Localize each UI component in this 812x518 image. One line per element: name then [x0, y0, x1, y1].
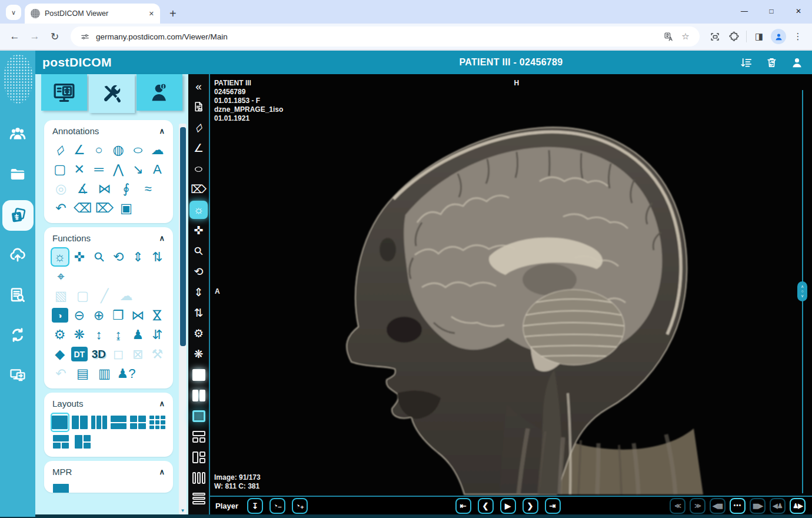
- url-text[interactable]: germany.postdicom.com/Viewer/Main: [96, 32, 657, 41]
- undo-state-icon[interactable]: ↶: [51, 364, 71, 383]
- target-icon[interactable]: ◎: [51, 179, 71, 198]
- reload-icon[interactable]: ↻: [46, 28, 64, 45]
- probe-icon[interactable]: ╱: [94, 286, 115, 306]
- tab-patient-info[interactable]: [137, 74, 182, 111]
- window-level-icon[interactable]: ☼: [189, 201, 208, 219]
- kebab-menu-icon[interactable]: ⋮: [790, 28, 806, 45]
- bookmark-star-icon[interactable]: ☆: [680, 31, 691, 42]
- scroll-vertical-icon[interactable]: ⇕: [129, 247, 147, 267]
- user-icon[interactable]: [790, 56, 804, 69]
- chevron-up-icon[interactable]: ∧: [159, 399, 165, 408]
- tab-search-button[interactable]: ∨: [6, 5, 21, 20]
- reset-icon[interactable]: ⚙: [189, 324, 208, 343]
- mpr-layout-icon[interactable]: [51, 481, 71, 493]
- cross-lines-icon[interactable]: ✕: [70, 160, 88, 179]
- panel-scrollbar[interactable]: ▼: [179, 124, 187, 514]
- layout-left-2-icon[interactable]: [189, 448, 208, 466]
- eraser-all-icon[interactable]: ⌦: [94, 198, 115, 218]
- text-icon[interactable]: A: [148, 160, 167, 179]
- reset-wl-icon[interactable]: ❋: [70, 325, 88, 344]
- collapse-v-icon[interactable]: ↨: [109, 325, 128, 344]
- layout-2x1-icon[interactable]: [109, 413, 128, 432]
- undo-icon[interactable]: ↶: [51, 198, 71, 218]
- layout-left-2-icon[interactable]: [72, 432, 93, 451]
- orientation-icon[interactable]: ♟: [129, 325, 147, 344]
- prev-series-button[interactable]: ◀▦: [710, 498, 726, 514]
- window-level-icon[interactable]: ☼: [51, 247, 69, 267]
- stack-scroll-icon[interactable]: ⇅: [189, 304, 208, 322]
- polyline-icon[interactable]: ⋀: [109, 160, 128, 179]
- previous-image-button[interactable]: ❮: [478, 498, 494, 514]
- download-button[interactable]: ↧: [247, 498, 263, 514]
- tab-viewer[interactable]: [41, 74, 87, 111]
- rotate-icon[interactable]: ⟲: [189, 263, 208, 281]
- last-image-button[interactable]: ⇥: [545, 498, 561, 514]
- scroll-down-icon[interactable]: ▼: [179, 508, 187, 513]
- first-image-button[interactable]: ⇤: [455, 498, 471, 514]
- sidebar-item-patients[interactable]: [0, 120, 35, 147]
- browser-tab[interactable]: PostDICOM Viewer ✕: [25, 4, 160, 24]
- window-close-icon[interactable]: ✕: [785, 0, 812, 22]
- series-list-button[interactable]: •••: [730, 498, 746, 514]
- invert-icon[interactable]: ◑: [51, 306, 69, 325]
- sort-images-icon[interactable]: ⇵: [148, 325, 167, 344]
- circle-icon[interactable]: ○: [89, 140, 108, 160]
- layout-1-2-icon[interactable]: [189, 427, 208, 446]
- site-settings-icon[interactable]: [79, 31, 91, 42]
- wave-icon[interactable]: ≈: [138, 179, 158, 198]
- resize-box-icon[interactable]: ◻: [109, 344, 128, 364]
- sidebar-item-upload[interactable]: [0, 241, 35, 268]
- speed-down-button[interactable]: ◔₋: [269, 498, 285, 514]
- side-panel-icon[interactable]: ◨: [751, 28, 767, 45]
- angle-2line-icon[interactable]: ∡: [72, 179, 93, 198]
- eraser-all-icon[interactable]: ⌦: [189, 180, 208, 198]
- tab-tools[interactable]: [89, 74, 135, 113]
- image-viewport[interactable]: PATIENT III0245678901.01.1853 - Fdzne_MP…: [210, 74, 812, 496]
- reset-icon[interactable]: ⚙: [51, 325, 69, 344]
- sidebar-item-share[interactable]: [0, 361, 35, 388]
- address-bar[interactable]: germany.postdicom.com/Viewer/Main ☆: [71, 26, 700, 47]
- tag-icon[interactable]: ◆: [51, 344, 69, 364]
- select-region-icon[interactable]: ▢: [72, 286, 93, 306]
- layout-1x2-icon[interactable]: [71, 413, 89, 432]
- three-d-icon[interactable]: 3D: [89, 344, 108, 364]
- sidebar-item-studies[interactable]: [2, 200, 34, 231]
- sidebar-item-folders[interactable]: [0, 160, 35, 187]
- layout-1x2-icon[interactable]: [189, 386, 208, 404]
- layout-1x1-icon[interactable]: [189, 366, 208, 384]
- window-maximize-icon[interactable]: □: [758, 0, 785, 22]
- next-patient-button[interactable]: ♟▶: [790, 498, 806, 514]
- chevron-up-icon[interactable]: ∧: [159, 467, 165, 476]
- angle-icon[interactable]: ∠: [189, 139, 208, 157]
- layout-2x2-icon[interactable]: [129, 413, 147, 432]
- zoom-in-icon[interactable]: ⊕: [89, 306, 108, 325]
- freehand-select-icon[interactable]: ☁: [116, 286, 137, 306]
- crop-icon[interactable]: ⊠: [129, 344, 147, 364]
- wl-region-icon[interactable]: ▧: [51, 286, 71, 306]
- cobb-angle-icon[interactable]: ⋈: [94, 179, 115, 198]
- trash-icon[interactable]: [765, 56, 778, 69]
- doc-view-icon[interactable]: [189, 98, 208, 116]
- arrow-icon[interactable]: ↘: [129, 160, 147, 179]
- layouts-header[interactable]: Layouts ∧: [51, 397, 167, 413]
- annotations-header[interactable]: Annotations ∧: [51, 125, 167, 140]
- functions-header[interactable]: Functions ∧: [51, 232, 167, 247]
- magnify-icon[interactable]: ⚲: [186, 238, 212, 264]
- chevron-up-icon[interactable]: ∧: [159, 127, 165, 135]
- play-button[interactable]: ▶: [500, 498, 516, 514]
- save-annotation-icon[interactable]: ▣: [116, 198, 137, 218]
- layout-3row-icon[interactable]: [189, 489, 208, 507]
- dt-report-icon[interactable]: DT: [70, 344, 88, 364]
- prev-patient-button[interactable]: ◀♟: [770, 498, 786, 514]
- extensions-icon[interactable]: [726, 28, 742, 45]
- ellipse-icon[interactable]: ○: [185, 160, 212, 178]
- image-slider-thumb[interactable]: ∧ ○ ∨: [797, 281, 807, 301]
- fast-backward-button[interactable]: ≪: [670, 498, 685, 514]
- sort-list-icon[interactable]: [740, 56, 753, 69]
- ruler-icon[interactable]: ▱: [186, 115, 212, 141]
- translate-icon[interactable]: [663, 31, 674, 42]
- expand-v-icon[interactable]: ↕: [89, 325, 108, 344]
- window-minimize-icon[interactable]: —: [731, 0, 758, 22]
- reset-wl-icon[interactable]: ❋: [189, 345, 208, 363]
- forward-icon[interactable]: →: [26, 28, 44, 45]
